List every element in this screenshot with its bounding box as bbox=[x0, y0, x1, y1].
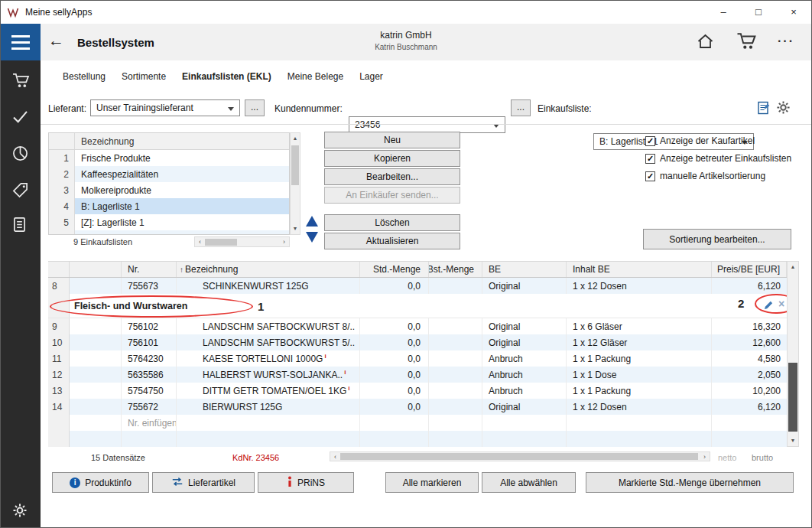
prins-button[interactable]: PRiNS bbox=[258, 472, 354, 493]
lieferartikel-button[interactable]: Lieferartikel bbox=[152, 472, 255, 493]
scrollbar-thumb[interactable] bbox=[205, 239, 237, 246]
sidebar-tag-icon[interactable] bbox=[12, 182, 28, 200]
sortierung-bearbeiten-button[interactable]: Sortierung bearbeiten... bbox=[643, 229, 791, 249]
einkaufsliste-label: Einkaufsliste: bbox=[538, 103, 592, 114]
move-up-button[interactable] bbox=[306, 216, 318, 227]
article-note-icon: i bbox=[348, 385, 349, 392]
alle-markieren-button[interactable]: Alle markieren bbox=[385, 472, 479, 493]
kundennummer-browse-button[interactable]: ... bbox=[511, 99, 531, 116]
article-note-icon: i bbox=[344, 369, 346, 376]
header-preis[interactable]: Preis/BE [EUR] bbox=[712, 262, 787, 277]
scroll-down-icon[interactable]: ▼ bbox=[788, 435, 798, 446]
sidebar-pie-chart-icon[interactable] bbox=[12, 145, 28, 164]
scroll-right-icon[interactable]: › bbox=[700, 453, 710, 461]
maximize-button[interactable]: □ bbox=[741, 1, 776, 24]
list-item[interactable]: 2Kaffeespezialitäten bbox=[49, 166, 289, 182]
scroll-left-icon[interactable]: ‹ bbox=[195, 238, 205, 246]
close-button[interactable]: × bbox=[776, 1, 811, 24]
sidebar-check-icon[interactable] bbox=[12, 110, 28, 125]
scroll-right-icon[interactable]: › bbox=[279, 238, 289, 246]
sidebar-cart-icon[interactable] bbox=[12, 73, 30, 91]
cart-icon[interactable] bbox=[736, 32, 757, 53]
list-item[interactable]: 6Kopie von Kaufliste 3 Vormonate bbox=[49, 230, 289, 235]
netto-label[interactable]: netto bbox=[718, 453, 736, 462]
list-item[interactable]: 3Molkereiprodukte bbox=[49, 182, 289, 198]
table-empty-row bbox=[48, 431, 787, 447]
loeschen-button[interactable]: Löschen bbox=[324, 214, 460, 231]
nr-einfuegen-placeholder[interactable]: Nr. einfügen bbox=[122, 415, 177, 431]
list-header-bezeichnung[interactable]: Bezeichnung bbox=[75, 133, 289, 149]
list-action-buttons: Neu Kopieren Bearbeiten... An Einkäufer … bbox=[324, 132, 460, 251]
table-row[interactable]: 10 756101 LANDSCHM SAFTBOCKWURST 5/.. 0,… bbox=[48, 334, 787, 350]
list-item[interactable]: 5[Z]: Lagerliste 1 bbox=[49, 214, 289, 230]
kopieren-button[interactable]: Kopieren bbox=[324, 150, 460, 167]
tab-bestellung[interactable]: Bestellung bbox=[63, 71, 106, 82]
table-horizontal-scrollbar[interactable]: ‹ › bbox=[330, 451, 710, 461]
scroll-down-icon[interactable]: ▼ bbox=[291, 223, 300, 234]
sidebar-journal-icon[interactable] bbox=[12, 217, 27, 235]
aktualisieren-button[interactable]: Aktualisieren bbox=[324, 233, 460, 249]
tab-lager[interactable]: Lager bbox=[359, 71, 383, 82]
neu-button[interactable]: Neu bbox=[324, 132, 460, 148]
checkbox-checked-icon[interactable]: ✓ bbox=[645, 154, 655, 164]
edit-list-icon[interactable] bbox=[757, 100, 772, 118]
tab-bar: Bestellung Sortimente Einkaufslisten (EK… bbox=[63, 71, 383, 82]
list-item-selected[interactable]: 4B: Lagerliste 1 bbox=[49, 198, 289, 214]
header-inhalt-be[interactable]: Inhalt BE bbox=[567, 262, 712, 277]
settings-gear-icon[interactable] bbox=[12, 503, 28, 520]
table-vertical-scrollbar[interactable]: ▲ ▼ bbox=[787, 261, 799, 447]
table-row[interactable]: 12 5635586 HALBERST WURST-SOLJANKA..i 0,… bbox=[48, 367, 787, 383]
lieferant-dropdown[interactable]: Unser Trainingslieferant bbox=[90, 99, 240, 116]
table-row[interactable]: 8 755673 SCHINKENWURST 125G 0,0 Original… bbox=[48, 278, 787, 294]
lieferant-label: Lieferant: bbox=[48, 103, 86, 114]
header-std-menge[interactable]: Std.-Menge bbox=[360, 262, 429, 277]
tab-sortimente[interactable]: Sortimente bbox=[122, 71, 166, 82]
scroll-up-icon[interactable]: ▲ bbox=[291, 133, 300, 144]
list-vertical-scrollbar[interactable]: ▲ ▼ bbox=[290, 132, 300, 235]
move-down-button[interactable] bbox=[306, 232, 318, 243]
checkbox-anzeige-betreuter-ekl[interactable]: ✓ Anzeige betreuter Einkaufslisten bbox=[645, 153, 791, 164]
scrollbar-thumb[interactable] bbox=[340, 453, 698, 460]
list-settings-gear-icon[interactable] bbox=[776, 100, 791, 117]
article-note-icon: i bbox=[324, 353, 326, 360]
more-menu-icon[interactable]: ··· bbox=[778, 34, 794, 48]
table-row[interactable]: 9 756102 LANDSCHM SAFTBOCKWURST 8/.. 0,0… bbox=[48, 318, 787, 334]
bearbeiten-button[interactable]: Bearbeiten... bbox=[324, 168, 460, 185]
annotation-number-2: 2 bbox=[738, 297, 744, 310]
checkbox-anzeige-kaufartikel[interactable]: ✓ Anzeige der Kaufartikel bbox=[645, 135, 791, 146]
table-row[interactable]: 14 755672 BIERWURST 125G 0,0 Original 1 … bbox=[48, 399, 787, 415]
produktinfo-button[interactable]: i Produktinfo bbox=[52, 472, 149, 493]
table-row[interactable]: 13 5754750 DITTM GETR TOMATEN/OEL 1KGi 0… bbox=[48, 383, 787, 399]
scrollbar-thumb[interactable] bbox=[788, 363, 797, 432]
home-icon[interactable] bbox=[697, 34, 714, 51]
record-count: 15 Datensätze bbox=[91, 453, 145, 462]
prins-icon bbox=[287, 476, 293, 489]
scrollbar-thumb[interactable] bbox=[291, 145, 299, 185]
kundennummer-dropdown[interactable]: 23456 bbox=[349, 116, 505, 133]
checkbox-checked-icon[interactable]: ✓ bbox=[645, 171, 655, 181]
minimize-button[interactable]: – bbox=[706, 1, 741, 24]
list-horizontal-scrollbar[interactable]: ‹ › bbox=[194, 236, 290, 247]
header-be[interactable]: BE bbox=[482, 262, 567, 277]
scroll-up-icon[interactable]: ▲ bbox=[788, 262, 798, 272]
scroll-left-icon[interactable]: ‹ bbox=[330, 453, 340, 461]
app-window: Meine sellyApps – □ × ← Bestellsystem ka… bbox=[0, 0, 812, 528]
lieferant-browse-button[interactable]: ... bbox=[245, 99, 265, 116]
brutto-label[interactable]: brutto bbox=[752, 453, 773, 462]
header-bezeichnung[interactable]: ↑ Bezeichnung bbox=[177, 262, 360, 277]
markierte-std-menge-uebernehmen-button[interactable]: Markierte Std.-Menge übernehmen bbox=[586, 472, 794, 493]
list-item[interactable]: 1Frische Produkte bbox=[49, 150, 289, 166]
checkbox-manuelle-artikelsortierung[interactable]: ✓ manuelle Artikelsortierung bbox=[645, 171, 791, 181]
company-name: katrin GmbH bbox=[1, 30, 811, 41]
window-title: Meine sellyApps bbox=[25, 7, 92, 18]
tab-meine-belege[interactable]: Meine Belege bbox=[287, 71, 343, 82]
table-insert-row[interactable]: Nr. einfügen bbox=[48, 415, 787, 431]
alle-abwaehlen-button[interactable]: Alle abwählen bbox=[482, 472, 576, 493]
checkbox-checked-icon[interactable]: ✓ bbox=[645, 136, 655, 146]
tab-einkaufslisten[interactable]: Einkaufslisten (EKL) bbox=[182, 71, 271, 82]
table-header-row: Nr. ↑ Bezeichnung Std.-Menge Bst.-Menge … bbox=[48, 261, 787, 278]
header-bst-menge[interactable]: Bst.-Menge bbox=[429, 262, 482, 277]
table-row[interactable]: 11 5764230 KAESE TORTELLONI 1000Gi 0,0 A… bbox=[48, 350, 787, 367]
header-nr[interactable]: Nr. bbox=[122, 262, 177, 277]
display-options: ✓ Anzeige der Kaufartikel ✓ Anzeige betr… bbox=[645, 135, 791, 188]
